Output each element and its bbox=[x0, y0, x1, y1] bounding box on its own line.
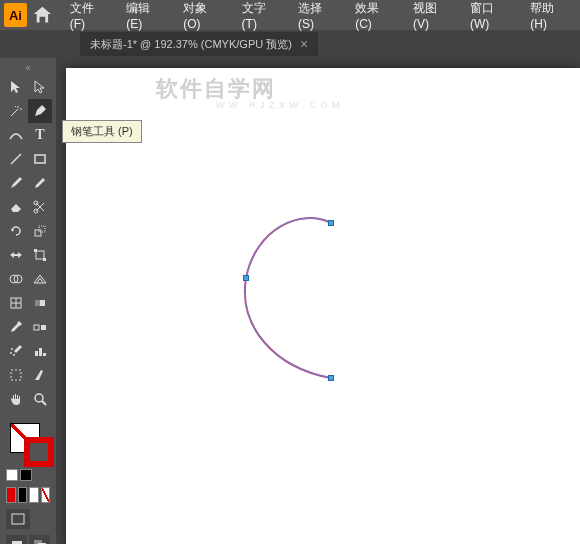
shape-builder-tool[interactable] bbox=[4, 267, 28, 291]
home-icon[interactable] bbox=[31, 3, 54, 27]
svg-point-18 bbox=[11, 348, 13, 350]
scale-tool[interactable] bbox=[28, 219, 52, 243]
hand-tool[interactable] bbox=[4, 387, 28, 411]
zoom-tool[interactable] bbox=[28, 387, 52, 411]
document-tab[interactable]: 未标题-1* @ 192.37% (CMYK/GPU 预览) × bbox=[80, 32, 318, 56]
anchor-point[interactable] bbox=[328, 220, 334, 226]
selection-tool[interactable] bbox=[4, 75, 28, 99]
type-tool[interactable]: T bbox=[28, 123, 52, 147]
svg-rect-23 bbox=[43, 353, 46, 356]
svg-rect-16 bbox=[34, 325, 39, 330]
color-chip-black[interactable] bbox=[18, 487, 28, 503]
color-chip-red[interactable] bbox=[6, 487, 16, 503]
toolbox: « T bbox=[0, 58, 56, 544]
gradient-tool[interactable] bbox=[28, 291, 52, 315]
svg-rect-21 bbox=[35, 351, 38, 356]
svg-rect-5 bbox=[39, 226, 45, 232]
svg-point-20 bbox=[13, 354, 15, 356]
swap-colors-icon[interactable] bbox=[20, 469, 32, 481]
anchor-point[interactable] bbox=[243, 275, 249, 281]
vector-canvas[interactable] bbox=[66, 68, 580, 544]
fill-stroke-swatches[interactable] bbox=[6, 423, 50, 467]
svg-rect-17 bbox=[41, 325, 46, 330]
draw-normal[interactable] bbox=[6, 535, 27, 544]
screen-modes bbox=[6, 509, 50, 529]
svg-rect-7 bbox=[34, 249, 37, 252]
eyedropper-tool[interactable] bbox=[4, 315, 28, 339]
svg-line-0 bbox=[11, 154, 21, 164]
curvature-tool[interactable] bbox=[4, 123, 28, 147]
svg-rect-27 bbox=[12, 514, 24, 524]
svg-rect-24 bbox=[11, 370, 21, 380]
magic-wand-tool[interactable] bbox=[4, 99, 28, 123]
svg-rect-6 bbox=[36, 251, 44, 259]
title-bar: Ai 文件(F) 编辑(E) 对象(O) 文字(T) 选择(S) 效果(C) 视… bbox=[0, 0, 580, 30]
rotate-tool[interactable] bbox=[4, 219, 28, 243]
color-row bbox=[6, 487, 50, 503]
svg-rect-8 bbox=[43, 258, 46, 261]
menu-edit[interactable]: 编辑(E) bbox=[118, 0, 171, 35]
close-icon[interactable]: × bbox=[300, 36, 308, 52]
pen-tool[interactable] bbox=[28, 99, 52, 123]
menu-select[interactable]: 选择(S) bbox=[290, 0, 343, 35]
menu-type[interactable]: 文字(T) bbox=[234, 0, 286, 35]
rectangle-tool[interactable] bbox=[28, 147, 52, 171]
blend-tool[interactable] bbox=[28, 315, 52, 339]
draw-modes bbox=[6, 535, 50, 544]
color-chip-none[interactable] bbox=[41, 487, 51, 503]
column-graph-tool[interactable] bbox=[28, 339, 52, 363]
slice-tool[interactable] bbox=[28, 363, 52, 387]
stroke-swatch[interactable] bbox=[24, 437, 54, 467]
pen-tooltip: 钢笔工具 (P) bbox=[62, 120, 142, 143]
anchor-point[interactable] bbox=[328, 375, 334, 381]
type-glyph: T bbox=[35, 127, 44, 143]
svg-point-25 bbox=[35, 394, 43, 402]
mesh-tool[interactable] bbox=[4, 291, 28, 315]
direct-selection-tool[interactable] bbox=[28, 75, 52, 99]
artboard-tool[interactable] bbox=[4, 363, 28, 387]
eraser-tool[interactable] bbox=[4, 195, 28, 219]
svg-rect-22 bbox=[39, 348, 42, 356]
line-tool[interactable] bbox=[4, 147, 28, 171]
svg-rect-4 bbox=[35, 230, 41, 236]
color-chip-white[interactable] bbox=[29, 487, 39, 503]
menu-object[interactable]: 对象(O) bbox=[175, 0, 229, 35]
menu-bar: 文件(F) 编辑(E) 对象(O) 文字(T) 选择(S) 效果(C) 视图(V… bbox=[62, 0, 576, 35]
paintbrush-tool[interactable] bbox=[4, 171, 28, 195]
normal-screen-mode[interactable] bbox=[6, 509, 30, 529]
toolbox-expand[interactable]: « bbox=[4, 62, 52, 73]
svg-rect-15 bbox=[35, 300, 40, 306]
menu-effect[interactable]: 效果(C) bbox=[347, 0, 401, 35]
scissors-tool[interactable] bbox=[28, 195, 52, 219]
symbol-sprayer-tool[interactable] bbox=[4, 339, 28, 363]
width-tool[interactable] bbox=[4, 243, 28, 267]
menu-help[interactable]: 帮助(H) bbox=[522, 0, 576, 35]
bezier-path[interactable] bbox=[245, 218, 331, 378]
artboard[interactable]: 软件自学网 W W . R J Z X W . C O M bbox=[66, 68, 580, 544]
tab-title: 未标题-1* @ 192.37% (CMYK/GPU 预览) bbox=[90, 37, 292, 52]
tool-grid: T bbox=[4, 75, 52, 411]
svg-rect-1 bbox=[35, 155, 45, 163]
menu-file[interactable]: 文件(F) bbox=[62, 0, 114, 35]
pencil-tool[interactable] bbox=[28, 171, 52, 195]
bezier-path-selection bbox=[245, 218, 331, 378]
menu-window[interactable]: 窗口(W) bbox=[462, 0, 518, 35]
svg-line-26 bbox=[42, 401, 46, 405]
perspective-grid-tool[interactable] bbox=[28, 267, 52, 291]
free-transform-tool[interactable] bbox=[28, 243, 52, 267]
color-section bbox=[4, 419, 52, 544]
draw-behind[interactable] bbox=[29, 535, 50, 544]
default-colors-icon[interactable] bbox=[6, 469, 18, 481]
svg-point-19 bbox=[10, 352, 12, 354]
menu-view[interactable]: 视图(V) bbox=[405, 0, 458, 35]
app-logo: Ai bbox=[4, 3, 27, 27]
